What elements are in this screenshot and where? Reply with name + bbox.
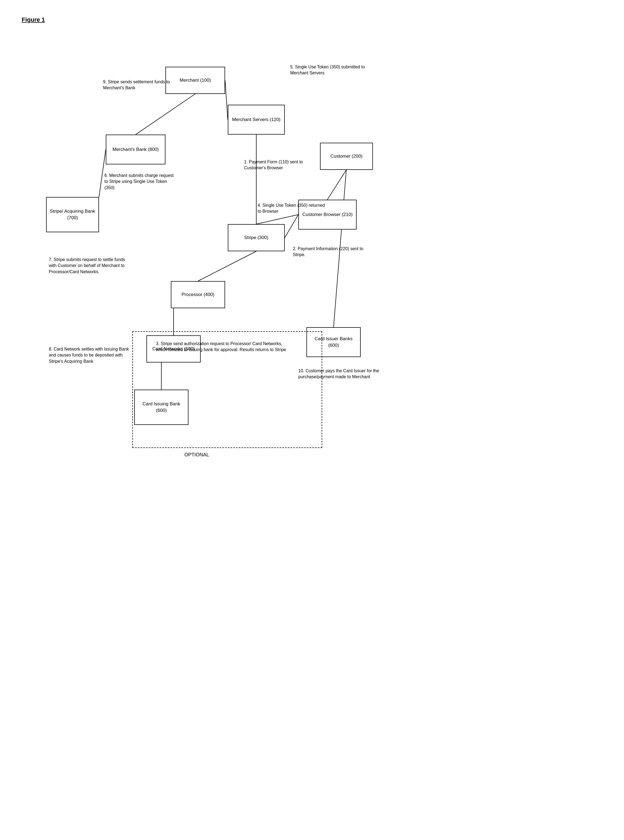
stripe-acquiring-label: Stripe/ Acquiring Bank (700) xyxy=(49,208,96,221)
merchants-bank-box: Merchant's Bank (800) xyxy=(106,135,165,164)
figure-title: Figure 1 xyxy=(22,16,602,23)
svg-line-8 xyxy=(327,170,346,200)
stripe-acquiring-box: Stripe/ Acquiring Bank (700) xyxy=(46,197,99,232)
svg-line-11 xyxy=(256,215,298,224)
merchant-label: Merchant (100) xyxy=(179,77,211,84)
optional-label: OPTIONAL xyxy=(184,452,209,458)
annotation-9: 9. Stripe sends settlement funds to Merc… xyxy=(103,79,179,91)
annotation-1: 1. Payment Form (110) sent to Customer's… xyxy=(244,159,312,171)
processor-label: Processor (400) xyxy=(182,291,215,298)
stripe-label: Stripe (300) xyxy=(244,234,269,241)
annotation-5: 5. Single Use Token (350) submitted to M… xyxy=(290,64,372,76)
annotation-3: 3. Stripe send authorization request to … xyxy=(156,341,289,353)
page: Figure 1 xyxy=(0,0,624,840)
annotation-10: 10. Customer pays the Card Issuer for th… xyxy=(298,368,402,380)
annotation-6: 6. Merchant submits charge request to St… xyxy=(104,173,175,191)
svg-line-0 xyxy=(136,94,195,135)
merchant-servers-label: Merchant Servers (120) xyxy=(232,116,281,123)
svg-line-4 xyxy=(198,251,256,281)
customer-box: Customer (200) xyxy=(320,143,373,170)
processor-box: Processor (400) xyxy=(171,281,225,308)
svg-line-7 xyxy=(285,215,298,238)
merchants-bank-label: Merchant's Bank (800) xyxy=(113,146,159,153)
merchant-servers-box: Merchant Servers (120) xyxy=(228,105,285,135)
annotation-7: 7. Stripe submits request to settle fund… xyxy=(49,257,133,275)
annotation-4: 4. Single Use Token (350) returned to Br… xyxy=(258,203,326,215)
customer-label: Customer (200) xyxy=(330,153,362,159)
annotation-8: 8. Card Network settles with Issuing Ban… xyxy=(49,346,130,364)
annotation-2: 2. Payment Information (220) sent to Str… xyxy=(293,246,369,258)
svg-line-1 xyxy=(225,80,228,120)
diagram: Merchant (100) Merchant's Bank (800) Str… xyxy=(22,34,591,821)
stripe-box: Stripe (300) xyxy=(228,224,285,251)
